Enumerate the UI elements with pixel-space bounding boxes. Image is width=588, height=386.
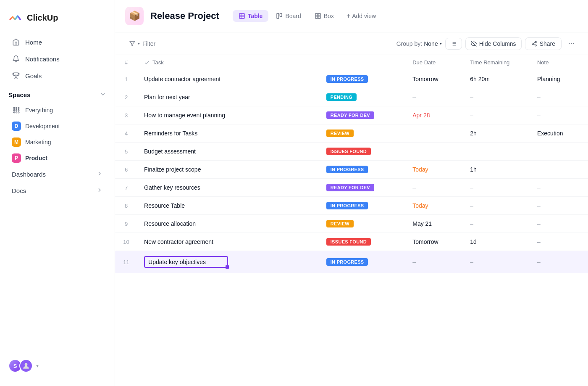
table-row[interactable]: 3 How to manage event planning READY FOR…	[115, 106, 588, 124]
row-task[interactable]: How to manage event planning	[137, 106, 320, 124]
row-due-date: Tomorrow	[406, 70, 463, 88]
row-status[interactable]: ISSUES FOUND	[320, 233, 406, 251]
tab-board[interactable]: Board	[270, 10, 307, 22]
table-row[interactable]: 10 New contractor agreement ISSUES FOUND…	[115, 233, 588, 251]
table-row[interactable]: 4 Reminders for Tasks REVIEW – 2h Execut…	[115, 124, 588, 143]
tab-box-label: Box	[324, 13, 334, 19]
row-task[interactable]: Gather key resources	[137, 179, 320, 197]
table-row[interactable]: 11 Update key objectives IN PROGRESS – –…	[115, 251, 588, 273]
row-status[interactable]: READY FOR DEV	[320, 106, 406, 124]
filter-button[interactable]: ▾ Filter	[125, 38, 160, 49]
row-time-remaining: 6h 20m	[463, 70, 530, 88]
sidebar-item-home[interactable]: Home	[3, 34, 111, 50]
table-row[interactable]: 5 Budget assessment ISSUES FOUND – – –	[115, 143, 588, 161]
sidebar-item-marketing[interactable]: M Marketing	[3, 134, 111, 150]
sort-button[interactable]	[445, 38, 462, 50]
group-by-control[interactable]: Group by: None ▾	[396, 40, 442, 47]
row-status[interactable]: IN PROGRESS	[320, 251, 406, 273]
sidebar-item-dashboards[interactable]: Dashboards	[3, 166, 111, 182]
row-time-remaining: 1d	[463, 233, 530, 251]
status-badge: IN PROGRESS	[326, 166, 368, 173]
notifications-label: Notifications	[25, 56, 60, 63]
spaces-section-header[interactable]: Spaces	[0, 84, 115, 102]
svg-line-32	[533, 42, 535, 43]
note-value: Planning	[537, 76, 560, 82]
svg-point-2	[18, 107, 19, 108]
main-header: 📦 Release Project Table Board Box + Add …	[115, 0, 588, 32]
row-task[interactable]: New contractor agreement	[137, 233, 320, 251]
sidebar-item-development[interactable]: D Development	[3, 118, 111, 134]
more-options-button[interactable]: ···	[565, 37, 578, 50]
row-task[interactable]: Update contractor agreement	[137, 70, 320, 88]
row-num: 9	[115, 215, 137, 233]
row-time-remaining: 1h	[463, 161, 530, 179]
user-dropdown-icon[interactable]: ▾	[36, 363, 39, 369]
toolbar-left: ▾ Filter	[125, 38, 160, 49]
table-row[interactable]: 9 Resource allocation REVIEW May 21 – –	[115, 215, 588, 233]
row-task[interactable]: Resource Table	[137, 197, 320, 215]
row-task[interactable]: Reminders for Tasks	[137, 124, 320, 143]
due-date-value: Today	[412, 166, 428, 173]
row-time-remaining: –	[463, 197, 530, 215]
svg-marker-20	[130, 41, 135, 46]
hide-columns-icon	[471, 41, 477, 47]
chevron-right-docs-icon	[96, 187, 103, 195]
row-status[interactable]: ISSUES FOUND	[320, 143, 406, 161]
row-due-date: Today	[406, 197, 463, 215]
row-task[interactable]: Finalize project scope	[137, 161, 320, 179]
svg-rect-10	[239, 13, 244, 19]
table-row[interactable]: 2 Plan for next year PENDING – – –	[115, 88, 588, 106]
row-status[interactable]: READY FOR DEV	[320, 179, 406, 197]
row-status[interactable]: IN PROGRESS	[320, 70, 406, 88]
tab-box[interactable]: Box	[309, 10, 340, 22]
group-by-value: None	[424, 40, 438, 47]
row-due-date: –	[406, 124, 463, 143]
sidebar-item-notifications[interactable]: Notifications	[3, 50, 111, 67]
sidebar: ClickUp Home Notifications Goals Spaces …	[0, 0, 115, 386]
resize-handle[interactable]	[226, 265, 229, 269]
sidebar-item-product[interactable]: P Product	[3, 150, 111, 166]
row-task[interactable]: Update key objectives	[137, 251, 320, 273]
hide-columns-button[interactable]: Hide Columns	[465, 37, 522, 50]
sidebar-item-docs[interactable]: Docs	[3, 182, 111, 199]
row-status[interactable]: IN PROGRESS	[320, 161, 406, 179]
tab-table[interactable]: Table	[233, 10, 269, 22]
chevron-down-icon	[100, 91, 106, 99]
svg-point-9	[25, 363, 28, 366]
everything-icon	[12, 106, 21, 115]
share-label: Share	[540, 40, 555, 47]
task-name: Budget assessment	[144, 148, 196, 155]
note-value: –	[537, 238, 541, 245]
table-row[interactable]: 7 Gather key resources READY FOR DEV – –…	[115, 179, 588, 197]
sidebar-item-everything[interactable]: Everything	[3, 102, 111, 118]
table-row[interactable]: 1 Update contractor agreement IN PROGRES…	[115, 70, 588, 88]
sidebar-item-goals[interactable]: Goals	[3, 67, 111, 84]
row-task[interactable]: Plan for next year	[137, 88, 320, 106]
toolbar: ▾ Filter Group by: None ▾ Hide Columns S…	[115, 32, 588, 55]
share-button[interactable]: Share	[525, 37, 562, 50]
status-badge: REVIEW	[326, 130, 354, 137]
table-row[interactable]: 6 Finalize project scope IN PROGRESS Tod…	[115, 161, 588, 179]
docs-label: Docs	[12, 187, 26, 194]
table-header: # Task Due Date Time Remaining Note	[115, 55, 588, 70]
row-note: –	[530, 161, 588, 179]
plus-icon: +	[346, 12, 350, 20]
avatar-group[interactable]: S	[8, 359, 33, 373]
logo[interactable]: ClickUp	[0, 7, 115, 34]
task-name: Finalize project scope	[144, 166, 201, 173]
add-view-button[interactable]: + Add view	[341, 10, 381, 22]
task-table: # Task Due Date Time Remaining Note 1 Up	[115, 55, 588, 273]
row-status[interactable]: REVIEW	[320, 215, 406, 233]
row-status[interactable]: PENDING	[320, 88, 406, 106]
row-status[interactable]: IN PROGRESS	[320, 197, 406, 215]
home-label: Home	[25, 39, 42, 46]
time-remaining-value: 1d	[470, 238, 477, 245]
user-profile-area: S ▾	[0, 352, 115, 379]
everything-label: Everything	[25, 107, 53, 114]
row-status[interactable]: REVIEW	[320, 124, 406, 143]
tab-table-label: Table	[248, 13, 263, 19]
row-task[interactable]: Resource allocation	[137, 215, 320, 233]
row-task[interactable]: Budget assessment	[137, 143, 320, 161]
table-row[interactable]: 8 Resource Table IN PROGRESS Today – –	[115, 197, 588, 215]
svg-rect-19	[318, 16, 320, 19]
